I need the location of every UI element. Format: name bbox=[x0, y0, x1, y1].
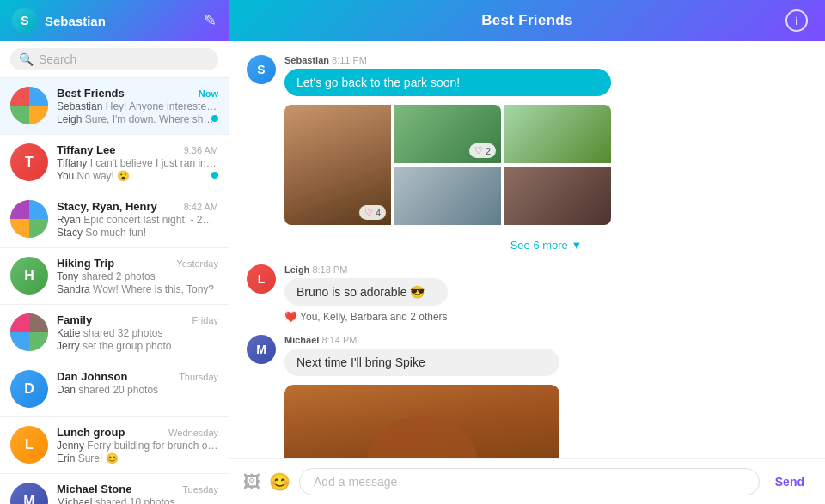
conv-info-michael: Michael Stone Tuesday Michael shared 10 … bbox=[57, 483, 218, 504]
conv-avatar-dan: D bbox=[10, 370, 48, 408]
conv-preview: Katie shared 32 photos bbox=[57, 327, 218, 339]
conv-lunch-group[interactable]: L Lunch group Wednesday Jenny Ferry buil… bbox=[0, 417, 229, 474]
conv-preview2: Stacy So much fun! bbox=[57, 227, 218, 239]
msg-content-sebastian: Sebastian 8:11 PM Let's go back to the p… bbox=[284, 55, 611, 225]
msg-sender-time-leigh: Leigh 8:13 PM bbox=[284, 264, 448, 275]
sidebar: S Sebastian ✎ 🔍 Best Friends Now bbox=[0, 0, 229, 504]
conv-name: Tiffany Lee bbox=[57, 143, 115, 156]
conv-time: Thursday bbox=[179, 372, 218, 382]
conv-info-family: Family Friday Katie shared 32 photos Jer… bbox=[57, 313, 218, 352]
message-leigh: L Leigh 8:13 PM Bruno is so adorable 😎 ❤… bbox=[247, 264, 808, 323]
see-more-row: See 6 more ▼ bbox=[247, 237, 808, 252]
conv-time: 8:42 AM bbox=[184, 202, 218, 212]
see-more-arrow-icon: ▼ bbox=[571, 239, 582, 252]
conv-avatar-group bbox=[10, 200, 48, 238]
msg-content-michael: Michael 8:14 PM Next time I'll bring Spi… bbox=[284, 335, 559, 458]
conv-avatar-tiffany: T bbox=[10, 143, 48, 181]
conv-info-hiking: Hiking Trip Yesterday Tony shared 2 phot… bbox=[57, 257, 218, 295]
msg-bubble-michael: Next time I'll bring Spike bbox=[284, 349, 559, 376]
conversation-list: Best Friends Now Sebastian Hey! Anyone i… bbox=[0, 78, 229, 504]
conv-name: Stacy, Ryan, Henry bbox=[57, 200, 157, 213]
user-avatar: S bbox=[12, 8, 38, 33]
message-michael: M Michael 8:14 PM Next time I'll bring S… bbox=[247, 335, 808, 458]
conv-preview: Sebastian Hey! Anyone interested in... bbox=[57, 100, 218, 112]
conv-info-lunch: Lunch group Wednesday Jenny Ferry buildi… bbox=[57, 426, 218, 465]
photo-like: ♡ 4 bbox=[359, 205, 386, 220]
conv-hiking-trip[interactable]: H Hiking Trip Yesterday Tony shared 2 ph… bbox=[0, 248, 229, 305]
conv-time: Now bbox=[199, 88, 218, 99]
conv-info-best-friends: Best Friends Now Sebastian Hey! Anyone i… bbox=[57, 87, 218, 125]
msg-sender-time: Sebastian 8:11 PM bbox=[284, 55, 611, 65]
photo-item-statue bbox=[504, 105, 611, 163]
conv-name: Family bbox=[57, 313, 92, 326]
conv-preview2: Leigh Sure, I'm down. Where should... bbox=[57, 113, 218, 125]
conv-tiffany-lee[interactable]: T Tiffany Lee 9:36 AM Tiffany I can't be… bbox=[0, 135, 229, 191]
msg-avatar-sebastian: S bbox=[247, 55, 276, 84]
conv-avatar-lunch: L bbox=[10, 426, 48, 464]
conv-name: Michael Stone bbox=[57, 483, 131, 495]
msg-avatar-leigh: L bbox=[247, 264, 276, 294]
conv-avatar-michael: M bbox=[10, 483, 48, 504]
conv-name: Dan Johnson bbox=[57, 370, 127, 383]
conv-preview: Dan shared 20 photos bbox=[57, 384, 218, 396]
username-label: Sebastian bbox=[45, 14, 106, 28]
chat-title: Best Friends bbox=[481, 12, 573, 29]
edit-icon[interactable]: ✎ bbox=[204, 11, 217, 30]
sidebar-header: S Sebastian ✎ bbox=[0, 0, 229, 41]
search-bar: 🔍 bbox=[0, 41, 229, 78]
conv-family[interactable]: Family Friday Katie shared 32 photos Jer… bbox=[0, 305, 229, 361]
conv-preview: Ryan Epic concert last night! - 27 photo… bbox=[57, 214, 218, 226]
conv-info-dan: Dan Johnson Thursday Dan shared 20 photo… bbox=[57, 370, 218, 396]
photo-item-park: ♡ 2 bbox=[394, 105, 501, 163]
conv-stacy-ryan-henry[interactable]: Stacy, Ryan, Henry 8:42 AM Ryan Epic con… bbox=[0, 191, 229, 248]
conv-info-tiffany: Tiffany Lee 9:36 AM Tiffany I can't beli… bbox=[57, 143, 218, 182]
see-more-link[interactable]: See 6 more ▼ bbox=[510, 235, 583, 255]
conv-preview2: Jerry set the group photo bbox=[57, 340, 218, 352]
conv-preview: Tiffany I can't believe I just ran into.… bbox=[57, 157, 218, 169]
unread-dot bbox=[211, 172, 218, 179]
conv-time: Yesterday bbox=[176, 258, 218, 269]
photo-item-extra bbox=[504, 167, 611, 225]
see-more-label: See 6 more bbox=[510, 239, 568, 252]
sidebar-user: S Sebastian bbox=[12, 8, 106, 33]
conv-preview2: Erin Sure! 😊 bbox=[57, 452, 218, 465]
photo-upload-icon[interactable]: 🖼 bbox=[243, 472, 260, 492]
conv-name: Best Friends bbox=[57, 87, 125, 100]
conv-time: Friday bbox=[192, 315, 218, 325]
photo-item-dog: ♡ 4 bbox=[284, 105, 391, 225]
conv-best-friends[interactable]: Best Friends Now Sebastian Hey! Anyone i… bbox=[0, 78, 229, 135]
msg-bubble: Let's go back to the park soon! bbox=[284, 69, 611, 96]
emoji-icon[interactable]: 😊 bbox=[269, 471, 290, 492]
chat-messages: S Sebastian 8:11 PM Let's go back to the… bbox=[229, 41, 825, 458]
info-icon[interactable]: i bbox=[785, 9, 808, 32]
search-input[interactable] bbox=[39, 52, 210, 66]
conv-time: 9:36 AM bbox=[184, 145, 218, 155]
conv-time: Wednesday bbox=[168, 428, 218, 438]
conv-preview2: Sandra Wow! Where is this, Tony? bbox=[57, 283, 218, 295]
msg-content-leigh: Leigh 8:13 PM Bruno is so adorable 😎 ❤️ … bbox=[284, 264, 448, 323]
photo-item-city bbox=[394, 167, 501, 225]
msg-sender-time-michael: Michael 8:14 PM bbox=[284, 335, 559, 345]
msg-avatar-michael: M bbox=[247, 335, 276, 364]
chat-area: Best Friends i S Sebastian 8:11 PM Let's… bbox=[229, 0, 825, 504]
message-input[interactable] bbox=[299, 468, 760, 495]
photo-grid: ♡ 4 ♡ 2 bbox=[284, 105, 611, 225]
conv-avatar-best-friends bbox=[10, 87, 48, 124]
conv-name: Lunch group bbox=[57, 426, 125, 439]
conv-info-stacy: Stacy, Ryan, Henry 8:42 AM Ryan Epic con… bbox=[57, 200, 218, 239]
message-sebastian: S Sebastian 8:11 PM Let's go back to the… bbox=[247, 55, 808, 225]
conv-preview: Tony shared 2 photos bbox=[57, 270, 218, 282]
photo-like2: ♡ 2 bbox=[469, 143, 496, 158]
msg-reactions-leigh: ❤️ You, Kelly, Barbara and 2 others bbox=[284, 311, 448, 323]
chat-input-bar: 🖼 😊 Send bbox=[229, 458, 825, 504]
send-button[interactable]: Send bbox=[768, 471, 811, 492]
search-input-wrap: 🔍 bbox=[10, 48, 218, 70]
conv-michael-stone[interactable]: M Michael Stone Tuesday Michael shared 1… bbox=[0, 474, 229, 504]
conv-dan-johnson[interactable]: D Dan Johnson Thursday Dan shared 20 pho… bbox=[0, 361, 229, 417]
conv-time: Tuesday bbox=[182, 484, 218, 495]
conv-preview: Jenny Ferry building for brunch on Satur… bbox=[57, 440, 218, 452]
search-icon: 🔍 bbox=[19, 52, 34, 66]
msg-bubble-leigh: Bruno is so adorable 😎 bbox=[284, 278, 448, 306]
unread-dot bbox=[211, 115, 218, 122]
conv-preview2: You No way! 😮 bbox=[57, 170, 218, 182]
